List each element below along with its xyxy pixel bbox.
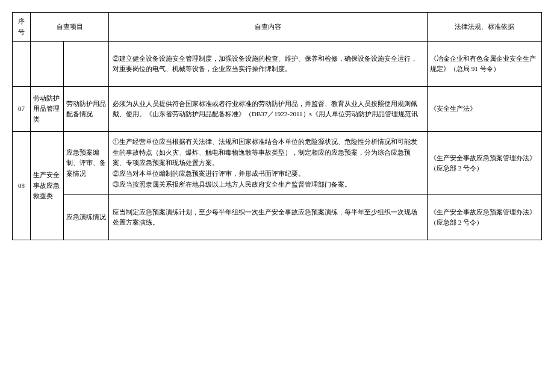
header-category: 自查项目 xyxy=(31,13,109,42)
cell-basis: 《冶金企业和有色金属企业安全生产规定》（总局 91 号令） xyxy=(428,42,542,87)
cell-subcategory: 应急预案编制、评审、备案情况 xyxy=(64,132,109,195)
cell-seq: 08 xyxy=(13,132,31,240)
cell-basis: 《生产安全事故应急预案管理办法》（应急部 2 号令） xyxy=(428,132,542,195)
cell-subcategory: 劳动防护用品配备情况 xyxy=(64,87,109,132)
header-basis: 法律法规、标准依据 xyxy=(428,13,542,42)
cell-basis: 《生产安全事故应急预案管理办法》（应急部 2 号令） xyxy=(428,195,542,240)
table-row: 应急演练情况 应当制定应急预案演练计划，至少每半年组织一次生产安全事故应急预案演… xyxy=(13,195,542,240)
cell-content: ①生产经营单位应当根据有关法律、法规和国家标准结合本单位的危险源状况、危险性分析… xyxy=(109,132,428,195)
cell-seq: 07 xyxy=(13,87,31,132)
table-row: 07 劳动防护用品管理类 劳动防护用品配备情况 必须为从业人员提供符合国家标准或… xyxy=(13,87,542,132)
cell-subcategory: 应急演练情况 xyxy=(64,195,109,240)
cell-content: 必须为从业人员提供符合国家标准或者行业标准的劳动防护用品，并监督、教育从业人员按… xyxy=(109,87,428,132)
header-seq: 序号 xyxy=(13,13,31,42)
cell-content: 应当制定应急预案演练计划，至少每半年组织一次生产安全事故应急预案演练，每半年至少… xyxy=(109,195,428,240)
cell-category: 劳动防护用品管理类 xyxy=(31,87,64,132)
cell-subcategory xyxy=(64,42,109,87)
cell-category: 生产安全事故应急救援类 xyxy=(31,132,64,240)
table-row: 08 生产安全事故应急救援类 应急预案编制、评审、备案情况 ①生产经营单位应当根… xyxy=(13,132,542,195)
header-row: 序号 自查项目 自查内容 法律法规、标准依据 xyxy=(13,13,542,42)
cell-category xyxy=(31,42,64,87)
table-row: ②建立健全设备设施安全管理制度，加强设备设施的检查、维护、保养和检修，确保设备设… xyxy=(13,42,542,87)
inspection-table: 序号 自查项目 自查内容 法律法规、标准依据 ②建立健全设备设施安全管理制度，加… xyxy=(12,12,542,240)
cell-basis: 《安全生产法》 xyxy=(428,87,542,132)
cell-content: ②建立健全设备设施安全管理制度，加强设备设施的检查、维护、保养和检修，确保设备设… xyxy=(109,42,428,87)
header-content: 自查内容 xyxy=(109,13,428,42)
cell-seq xyxy=(13,42,31,87)
